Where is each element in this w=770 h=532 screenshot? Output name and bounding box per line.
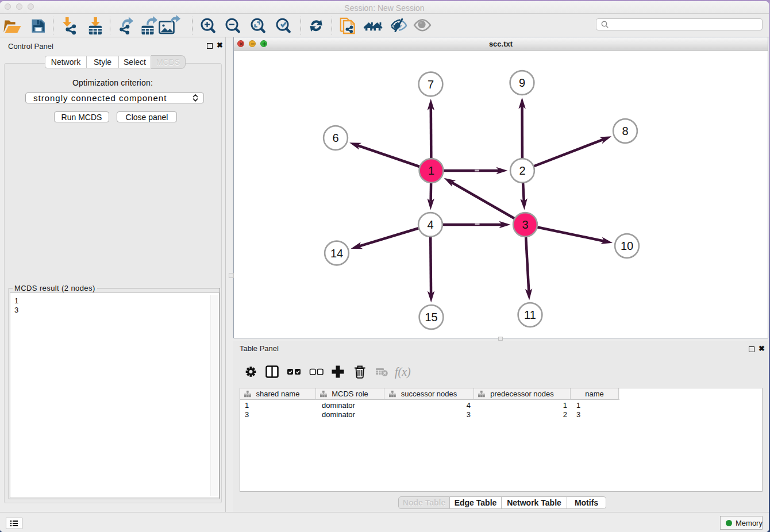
svg-text:1: 1	[428, 164, 434, 177]
svg-text:6: 6	[332, 132, 338, 144]
svg-text:9: 9	[519, 76, 525, 89]
svg-text:10: 10	[621, 240, 633, 252]
svg-text:2: 2	[519, 164, 525, 177]
svg-text:7: 7	[428, 78, 434, 91]
svg-text:8: 8	[622, 125, 628, 137]
svg-text:3: 3	[522, 218, 528, 231]
svg-text:14: 14	[330, 247, 343, 260]
svg-text:4: 4	[427, 218, 433, 231]
svg-text:11: 11	[524, 309, 536, 321]
svg-text:f(x): f(x)	[395, 365, 411, 379]
svg-text:15: 15	[425, 311, 437, 323]
